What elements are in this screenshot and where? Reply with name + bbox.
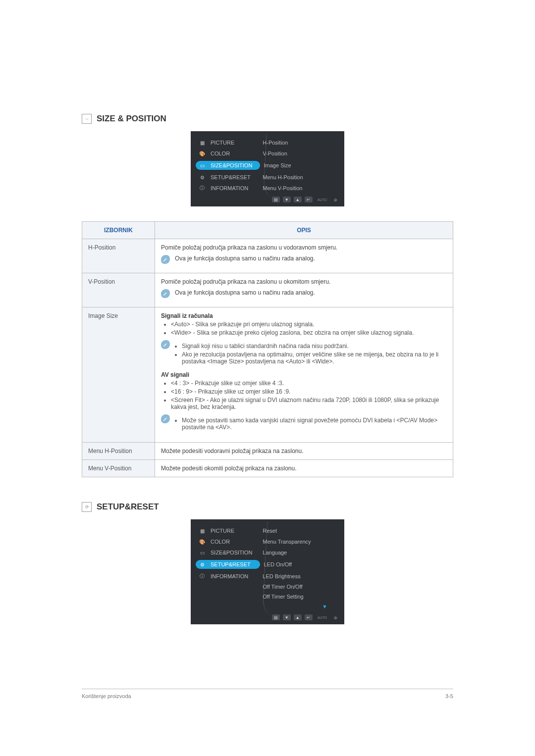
table-row: Image Size Signali iz računala <Auto> - … <box>82 307 453 443</box>
osd-right-item: LED Brightness <box>259 573 337 579</box>
osd-panel-sizepos: ▦PICTURE H-Position 🎨COLOR V-Position ▭S… <box>191 131 344 206</box>
osd-btn-down: ▼ <box>283 614 291 620</box>
osd-btn-power: ⏻ <box>332 197 339 202</box>
osd-btn-enter: ↵ <box>305 197 313 202</box>
table-head-menu: IZBORNIK <box>82 222 155 239</box>
color-icon: 🎨 <box>198 538 207 545</box>
picture-icon: ▦ <box>198 527 207 534</box>
list-item: <Auto> - Slika se prikazuje pri omjeru u… <box>171 321 447 328</box>
osd-btn-menu: ▤ <box>272 614 280 620</box>
osd-right-item: Image Size <box>260 162 338 168</box>
osd-left-item: INFORMATION <box>211 185 248 191</box>
note-icon <box>161 255 170 264</box>
section-heading-sizepos: ↔ SIZE & POSITION <box>82 114 453 124</box>
osd-left-item: PICTURE <box>211 528 234 534</box>
chevron-down-icon: ▼ <box>254 604 337 609</box>
list-item: <Wide> - Slika se prikazuje preko cijelo… <box>171 329 447 336</box>
osd-btn-down: ▼ <box>283 197 291 202</box>
row-note: Ova je funkcija dostupna samo u načinu r… <box>175 289 315 296</box>
section-heading-setupreset: ⟳ SETUP&RESET <box>82 502 453 512</box>
list-item: <4 : 3> - Prikazuje slike uz omjer slike… <box>171 380 447 387</box>
osd-panel-setupreset: ▦PICTURE Reset 🎨COLOR Menu Transparency … <box>191 519 344 624</box>
row-note: Ova je funkcija dostupna samo u načinu r… <box>175 255 315 262</box>
row-desc: Pomiče položaj područja prikaza na zaslo… <box>161 244 447 251</box>
note-icon <box>161 289 170 298</box>
osd-right-item: V-Position <box>259 151 337 156</box>
osd-right-item: Reset <box>259 528 337 534</box>
osd-btn-power: ⏻ <box>332 614 339 620</box>
footer-right: 3-5 <box>445 693 453 699</box>
section-title: SETUP&RESET <box>97 502 159 512</box>
list-item: Signali koji nisu u tablici standardnih … <box>182 343 447 350</box>
table-row: H-Position Pomiče položaj područja prika… <box>82 239 453 273</box>
osd-left-item: COLOR <box>211 151 230 156</box>
osd-right-item: Menu H-Position <box>259 174 337 180</box>
size-position-table: IZBORNIK OPIS H-Position Pomiče položaj … <box>82 221 453 477</box>
row-desc: Pomiče položaj područja prikaza na zaslo… <box>161 278 447 285</box>
osd-right-item: Menu V-Position <box>259 185 337 191</box>
osd-left-item: SETUP&RESET <box>211 174 251 180</box>
osd-right-item: Menu Transparency <box>259 539 337 545</box>
row-name: Menu V-Position <box>82 460 155 477</box>
osd-left-item: SIZE&POSITION <box>211 550 252 555</box>
subhead: Signali iz računala <box>161 312 213 319</box>
row-name: Image Size <box>82 307 155 443</box>
section-title: SIZE & POSITION <box>97 114 166 124</box>
osd-btn-enter: ↵ <box>305 614 313 620</box>
row-desc: Možete podesiti okomiti položaj prikaza … <box>155 460 453 477</box>
table-row: Menu V-Position Možete podesiti okomiti … <box>82 460 453 477</box>
list-item: Ako je rezolucija postavljena na optimal… <box>182 351 447 365</box>
osd-btn-up: ▲ <box>294 614 302 620</box>
setup-reset-icon: ⟳ <box>82 502 92 512</box>
gear-icon: ⚙ <box>198 561 207 568</box>
osd-right-item: H-Position <box>259 140 337 146</box>
list-item: <16 : 9> - Prikazuje slike uz omjer slik… <box>171 388 447 395</box>
osd-btn-auto: AUTO <box>316 197 329 202</box>
table-row: V-Position Pomiče položaj područja prika… <box>82 273 453 307</box>
osd-right-item: LED On/Off <box>260 561 338 567</box>
row-name: V-Position <box>82 273 155 307</box>
osd-left-item: PICTURE <box>211 140 234 146</box>
row-desc: Možete podesiti vodoravni položaj prikaz… <box>155 443 453 460</box>
osd-btn-auto: AUTO <box>316 614 329 620</box>
sizepos-icon: ▭ <box>198 549 207 556</box>
osd-btn-up: ▲ <box>294 197 302 202</box>
page-footer: Korištenje proizvoda 3-5 <box>82 689 453 699</box>
footer-left: Korištenje proizvoda <box>82 693 131 699</box>
osd-left-item: SETUP&RESET <box>211 561 251 567</box>
list-item: Može se postaviti samo kada vanjski ulaz… <box>182 417 447 431</box>
osd-left-item: INFORMATION <box>211 573 248 579</box>
osd-right-item: Off Timer Setting <box>259 594 337 600</box>
row-name: Menu H-Position <box>82 443 155 460</box>
osd-left-item: SIZE&POSITION <box>211 162 252 168</box>
size-position-icon: ↔ <box>82 114 92 124</box>
color-icon: 🎨 <box>198 150 207 157</box>
table-row: Menu H-Position Možete podesiti vodoravn… <box>82 443 453 460</box>
row-name: H-Position <box>82 239 155 273</box>
note-icon <box>161 340 170 349</box>
info-icon: ⓘ <box>198 573 207 580</box>
subhead: AV signali <box>161 371 189 378</box>
note-icon <box>161 414 170 423</box>
osd-left-item: COLOR <box>211 539 230 545</box>
picture-icon: ▦ <box>198 139 207 146</box>
sizepos-icon: ▭ <box>198 162 207 169</box>
info-icon: ⓘ <box>198 185 207 192</box>
osd-right-item: Off Timer On/Off <box>259 584 337 590</box>
list-item: <Screen Fit> - Ako je ulazni signal u DV… <box>171 397 447 410</box>
osd-right-item: Language <box>259 550 337 555</box>
gear-icon: ⚙ <box>198 174 207 181</box>
table-head-desc: OPIS <box>155 222 453 239</box>
